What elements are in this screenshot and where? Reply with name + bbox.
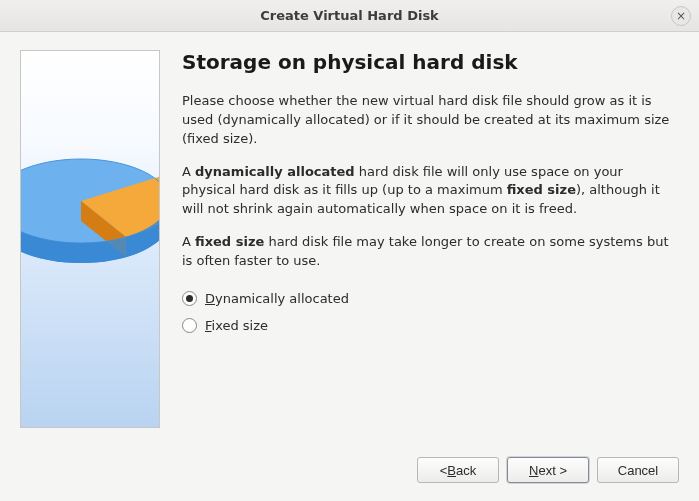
text: <: [440, 463, 448, 478]
main-content: Storage on physical hard disk Please cho…: [182, 50, 679, 440]
wizard-illustration: [20, 50, 160, 428]
cancel-button[interactable]: Cancel: [597, 457, 679, 483]
content-area: Storage on physical hard disk Please cho…: [0, 32, 699, 452]
bold-text: fixed size: [507, 182, 576, 197]
radio-indicator: [182, 318, 197, 333]
text: ynamically allocated: [215, 291, 349, 306]
back-button[interactable]: < Back: [417, 457, 499, 483]
radio-label: Fixed size: [205, 318, 268, 333]
next-button[interactable]: Next >: [507, 457, 589, 483]
button-bar: < Back Next > Cancel: [0, 452, 699, 500]
storage-type-radio-group: Dynamically allocated Fixed size: [182, 291, 679, 345]
page-heading: Storage on physical hard disk: [182, 50, 679, 74]
text: A: [182, 164, 195, 179]
text: ack: [456, 463, 476, 478]
titlebar: Create Virtual Hard Disk ×: [0, 0, 699, 32]
radio-dynamically-allocated[interactable]: Dynamically allocated: [182, 291, 679, 306]
close-icon: ×: [676, 9, 686, 23]
intro-paragraph: Please choose whether the new virtual ha…: [182, 92, 679, 149]
mnemonic: N: [529, 463, 538, 478]
close-button[interactable]: ×: [671, 6, 691, 26]
bold-text: dynamically allocated: [195, 164, 355, 179]
fixed-paragraph: A fixed size hard disk file may take lon…: [182, 233, 679, 271]
mnemonic: B: [447, 463, 456, 478]
mnemonic: D: [205, 291, 215, 306]
bold-text: fixed size: [195, 234, 264, 249]
radio-fixed-size[interactable]: Fixed size: [182, 318, 679, 333]
text: ixed size: [212, 318, 269, 333]
radio-label: Dynamically allocated: [205, 291, 349, 306]
dynamic-paragraph: A dynamically allocated hard disk file w…: [182, 163, 679, 220]
text: A: [182, 234, 195, 249]
radio-indicator: [182, 291, 197, 306]
text: ext >: [538, 463, 567, 478]
window-title: Create Virtual Hard Disk: [260, 8, 439, 23]
